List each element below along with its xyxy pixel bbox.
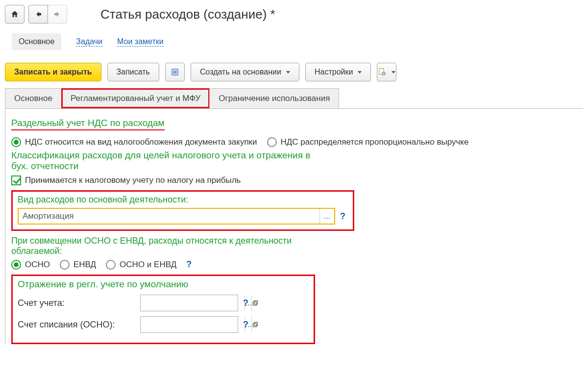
section-link-tasks[interactable]: Задачи bbox=[76, 37, 102, 47]
svg-rect-9 bbox=[253, 324, 257, 327]
save-button[interactable]: Записать bbox=[107, 63, 159, 81]
label-writeoff-account: Счет списания (ОСНО): bbox=[18, 320, 135, 330]
save-label: Записать bbox=[117, 68, 150, 76]
radio-dot-icon bbox=[60, 260, 70, 270]
create-based-on-button[interactable]: Создать на основании bbox=[191, 63, 299, 81]
select-expense-type[interactable]: ... bbox=[18, 208, 335, 225]
radio-vat-by-document[interactable]: НДС относится на вид налогообложения док… bbox=[11, 137, 257, 147]
checkbox-icon bbox=[11, 176, 21, 185]
checkbox-tax-accept[interactable]: Принимается к налоговому учету по налогу… bbox=[11, 176, 241, 185]
select-account[interactable]: ... bbox=[140, 295, 238, 311]
help-writeoff-account[interactable]: ? bbox=[243, 320, 248, 330]
group-title-vat: Раздельный учет НДС по расходам bbox=[11, 118, 165, 130]
open-external-icon bbox=[252, 321, 259, 328]
radio-dot-icon bbox=[267, 137, 277, 147]
radio-vat-proportional[interactable]: НДС распределяется пропорционально выруч… bbox=[267, 137, 469, 147]
svg-point-6 bbox=[383, 73, 385, 75]
list-icon-button[interactable] bbox=[165, 63, 185, 81]
report-gear-icon bbox=[378, 68, 387, 76]
label-expense-type: Вид расходов по основной деятельности: bbox=[18, 195, 348, 205]
radio-osno-envd-label: ОСНО и ЕНВД bbox=[120, 260, 176, 270]
checkbox-tax-accept-label: Принимается к налоговому учету по налогу… bbox=[25, 176, 241, 185]
section-tab-main[interactable]: Основное bbox=[12, 33, 61, 50]
input-account[interactable] bbox=[141, 295, 245, 311]
arrow-right-icon bbox=[53, 10, 62, 19]
back-button[interactable] bbox=[28, 5, 48, 24]
radio-dot-icon bbox=[11, 260, 21, 270]
input-expense-type[interactable] bbox=[19, 209, 319, 224]
picker-button[interactable]: ... bbox=[319, 209, 334, 224]
open-external-icon bbox=[252, 300, 259, 306]
radio-osno-envd[interactable]: ОСНО и ЕНВД bbox=[106, 260, 176, 270]
form-tab-usage-restriction[interactable]: Ограничение использования bbox=[209, 88, 339, 108]
section-link-notes[interactable]: Мои заметки bbox=[117, 37, 164, 47]
open-button[interactable] bbox=[251, 317, 259, 332]
open-button[interactable] bbox=[251, 295, 259, 311]
forward-button bbox=[48, 5, 67, 24]
home-icon bbox=[10, 10, 19, 19]
page-title: Статья расходов (создание) * bbox=[100, 7, 275, 22]
form-tab-main[interactable]: Основное bbox=[5, 88, 62, 108]
radio-dot-icon bbox=[106, 260, 116, 270]
help-expense-type[interactable]: ? bbox=[340, 211, 345, 222]
toolbar: Записать и закрыть Записать Создать на о… bbox=[5, 63, 583, 81]
help-combo-mode[interactable]: ? bbox=[186, 259, 192, 270]
radio-envd[interactable]: ЕНВД bbox=[60, 260, 96, 270]
radio-envd-label: ЕНВД bbox=[74, 260, 96, 270]
help-account[interactable]: ? bbox=[243, 298, 248, 308]
label-combo-mode: При совмещении ОСНО с ЕНВД, расходы отно… bbox=[11, 236, 315, 256]
radio-dot-icon bbox=[11, 137, 21, 147]
section-tabs: Основное Задачи Мои заметки bbox=[5, 29, 583, 54]
create-based-on-label: Создать на основании bbox=[200, 68, 281, 76]
radio-vat-by-document-label: НДС относится на вид налогообложения док… bbox=[25, 137, 257, 147]
home-button[interactable] bbox=[5, 5, 24, 24]
chevron-down-icon bbox=[392, 71, 395, 74]
select-writeoff-account[interactable]: ... bbox=[140, 316, 238, 333]
form-tab-reg-accounting[interactable]: Регламентированный учет и МФУ bbox=[61, 88, 210, 108]
chevron-down-icon bbox=[358, 71, 362, 74]
svg-rect-8 bbox=[254, 301, 258, 304]
ellipsis-icon: ... bbox=[324, 212, 330, 221]
settings-label: Настройки bbox=[315, 68, 353, 76]
save-and-close-button[interactable]: Записать и закрыть bbox=[5, 63, 101, 81]
group-title-tax-class: Классификация расходов для целей налогов… bbox=[11, 150, 315, 172]
chevron-down-icon bbox=[286, 71, 290, 74]
svg-rect-10 bbox=[254, 322, 258, 326]
form-tabs: Основное Регламентированный учет и МФУ О… bbox=[5, 88, 583, 109]
settings-button[interactable]: Настройки bbox=[305, 63, 371, 81]
list-icon bbox=[171, 68, 179, 76]
radio-osno[interactable]: ОСНО bbox=[11, 260, 50, 270]
save-and-close-label: Записать и закрыть bbox=[14, 68, 92, 76]
svg-rect-7 bbox=[253, 302, 257, 305]
radio-osno-label: ОСНО bbox=[25, 260, 50, 270]
radio-vat-proportional-label: НДС распределяется пропорционально выруч… bbox=[281, 137, 469, 147]
group-title-defaults: Отражение в регл. учете по умолчанию bbox=[18, 279, 309, 290]
report-icon-button[interactable] bbox=[377, 63, 396, 81]
label-account: Счет учета: bbox=[18, 298, 135, 308]
input-writeoff-account[interactable] bbox=[141, 317, 245, 332]
arrow-left-icon bbox=[34, 10, 43, 19]
